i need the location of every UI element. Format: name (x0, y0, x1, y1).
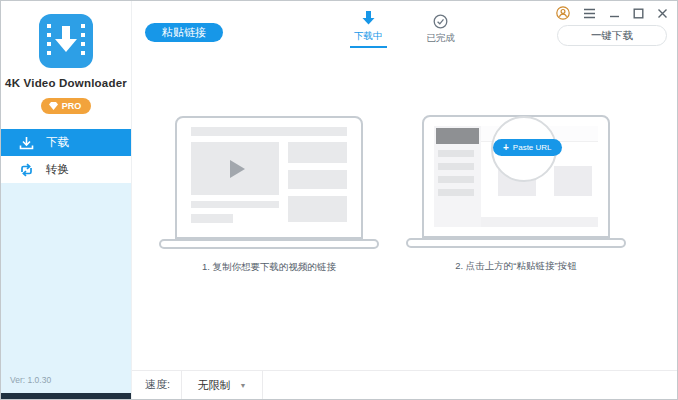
mock-sidebar (434, 126, 481, 227)
sidebar-item-label: 下载 (46, 135, 69, 150)
app-logo-icon (39, 14, 93, 68)
window-controls (556, 6, 668, 20)
account-icon[interactable] (556, 6, 570, 20)
mock-text-line (191, 201, 279, 208)
step1-caption: 1. 复制你想要下载的视频的链接 (202, 261, 336, 274)
sidebar-item-convert[interactable]: 转换 (1, 156, 131, 183)
sidebar-nav: 下载 转换 (1, 129, 131, 183)
maximize-icon[interactable] (633, 8, 644, 19)
sidebar-item-download[interactable]: 下载 (1, 129, 131, 156)
paste-url-label: Paste URL (513, 143, 552, 152)
mock-item-block (554, 166, 592, 196)
convert-icon (19, 163, 34, 177)
laptop-base-2 (406, 238, 626, 248)
laptop-screen-1 (175, 116, 363, 239)
mock-sidebar-header (436, 128, 479, 144)
menu-icon[interactable] (583, 8, 596, 19)
sidebar-background: Ver: 1.0.30 (1, 183, 131, 393)
mock-text-line (191, 214, 233, 223)
tab-downloading[interactable]: 下载中 (350, 10, 387, 48)
app-window: 4K Video Downloader PRO 下载 (0, 0, 678, 400)
laptop-base-1 (159, 239, 379, 249)
sidebar: 4K Video Downloader PRO 下载 (1, 1, 131, 399)
mock-thumbnail (288, 170, 347, 189)
step-1: 1. 复制你想要下载的视频的链接 (139, 116, 399, 274)
mock-menu-line (438, 163, 474, 170)
topbar: 粘贴链接 下载中 已完成 (132, 1, 677, 61)
speed-limit-select[interactable]: 无限制 ▼ (181, 371, 263, 399)
tab-label: 已完成 (427, 32, 456, 45)
step-2: + Paste URL 2. 点击上方的“粘贴链接”按钮 (386, 115, 646, 273)
paste-url-button[interactable]: + Paste URL (493, 139, 562, 156)
mock-thumbnail (288, 142, 347, 163)
content-area: 1. 复制你想要下载的视频的链接 (132, 61, 677, 370)
tab-completed[interactable]: 已完成 (423, 10, 460, 48)
caret-down-icon: ▼ (240, 382, 247, 389)
pro-badge-label: PRO (62, 101, 82, 111)
laptop-screen-2: + Paste URL (422, 115, 610, 238)
mock-video-player (191, 142, 279, 195)
sidebar-item-label: 转换 (46, 162, 69, 177)
speed-value: 无限制 (198, 378, 231, 393)
app-mockup: + Paste URL (434, 126, 598, 227)
download-arrow-icon (360, 10, 377, 27)
plus-icon: + (503, 143, 509, 153)
play-icon (230, 160, 245, 178)
version-label: Ver: 1.0.30 (10, 375, 51, 385)
mock-title-bar (191, 127, 347, 136)
mock-thumbnail (288, 196, 347, 222)
speed-label: 速度: (145, 371, 170, 399)
tab-label: 下载中 (354, 30, 383, 43)
minimize-icon[interactable] (609, 8, 620, 19)
download-tray-icon (19, 136, 34, 150)
app-title: 4K Video Downloader (1, 77, 131, 89)
step2-caption: 2. 点击上方的“粘贴链接”按钮 (455, 260, 576, 273)
one-click-download-button[interactable]: 一键下载 (557, 25, 667, 46)
mock-status-bar (481, 217, 598, 227)
check-circle-icon (433, 14, 448, 29)
mock-menu-line (438, 189, 474, 196)
status-bar: 速度: 无限制 ▼ (132, 370, 677, 399)
gem-icon (49, 102, 58, 110)
close-icon[interactable] (657, 8, 668, 19)
main-column: 粘贴链接 下载中 已完成 (131, 1, 677, 399)
pro-badge: PRO (41, 98, 92, 114)
browser-mockup (191, 127, 347, 228)
mock-menu-line (438, 150, 474, 157)
mock-menu-line (438, 176, 474, 183)
sidebar-bottom-strip (1, 393, 131, 399)
